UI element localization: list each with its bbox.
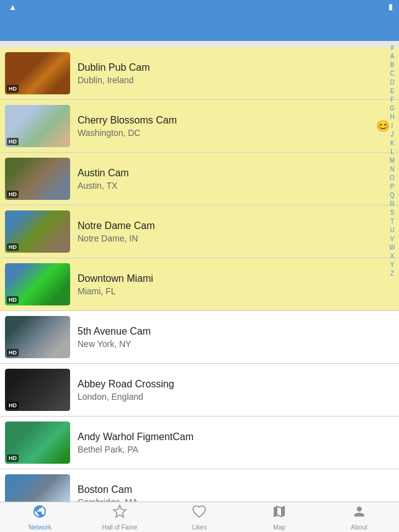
battery-icon: ▮ [388, 2, 393, 11]
item-text-dublin-pub: Dublin Pub Cam Dublin, Ireland [78, 61, 374, 86]
thumb-image-boston: HD [5, 474, 70, 502]
thumbnail-notredame: HD [5, 210, 70, 253]
item-subtitle-austin: Austin, TX [78, 181, 374, 191]
tab-network[interactable]: Network [0, 502, 80, 532]
list-item-boston[interactable]: HD Boston Cam Cambridge, MA [0, 469, 399, 502]
thumb-image-austin: HD [5, 158, 70, 200]
thumb-image-dublin-pub: HD [5, 52, 70, 94]
item-text-austin: Austin Cam Austin, TX [78, 167, 374, 191]
about-icon [352, 504, 367, 523]
item-title-notredame: Notre Dame Cam [78, 220, 374, 233]
thumbnail-austin: HD [5, 158, 70, 200]
item-subtitle-abbey: London, England [78, 392, 374, 402]
hd-badge: HD [7, 454, 19, 462]
thumb-image-abbey: HD [5, 369, 70, 411]
main-content[interactable]: #ABCDEFGHIJKLMNOPQRSTUVWXYZ HD Dublin Pu… [0, 41, 399, 502]
thumbnail-dublin-pub: HD [5, 52, 70, 94]
tab-map[interactable]: Map [240, 502, 320, 532]
status-bar: ▲ ▮ [0, 0, 399, 14]
hd-badge: HD [7, 349, 19, 356]
hd-badge: HD [7, 296, 19, 304]
likes-label: Likes [192, 524, 207, 531]
map-label: Map [273, 524, 285, 531]
list-item-austin[interactable]: HD Austin Cam Austin, TX [0, 153, 399, 205]
tab-likes[interactable]: Likes [159, 502, 240, 532]
item-text-boston: Boston Cam Cambridge, MA [78, 484, 374, 502]
item-text-miami: Downtown Miami Miami, FL [78, 273, 374, 297]
nav-bar [0, 14, 399, 41]
thumb-image-notredame: HD [5, 210, 70, 253]
list-item-dublin-pub[interactable]: HD Dublin Pub Cam Dublin, Ireland [0, 47, 399, 100]
halloffame-icon [112, 504, 127, 523]
thumb-image-miami: HD [5, 263, 70, 305]
item-subtitle-dublin-pub: Dublin, Ireland [78, 75, 374, 85]
item-title-5thave: 5th Avenue Cam [78, 325, 374, 338]
item-text-notredame: Notre Dame Cam Notre Dame, IN [78, 220, 374, 244]
item-title-boston: Boston Cam [78, 484, 374, 497]
item-subtitle-warhol: Bethel Park, PA [78, 444, 374, 454]
tab-bar: Network Hall of Fame Likes Map About [0, 502, 399, 532]
featured-header [0, 41, 399, 47]
item-title-austin: Austin Cam [78, 167, 374, 180]
about-label: About [351, 524, 367, 531]
item-title-miami: Downtown Miami [78, 273, 374, 286]
tab-about[interactable]: About [319, 502, 399, 532]
network-icon [32, 504, 47, 523]
item-title-cherry-blossoms: Cherry Blossoms Cam [78, 114, 374, 127]
item-text-abbey: Abbey Road Crossing London, England [78, 378, 374, 402]
hd-badge: HD [7, 243, 19, 251]
wifi-icon: ▲ [9, 2, 17, 12]
item-title-abbey: Abbey Road Crossing [78, 378, 374, 391]
thumb-image-5thave: HD [5, 316, 70, 358]
carrier-info: ▲ [6, 2, 17, 12]
likes-icon [192, 504, 207, 523]
featured-list: HD Dublin Pub Cam Dublin, Ireland HD Che… [0, 47, 399, 311]
hd-badge: HD [7, 402, 19, 409]
list-item-cherry-blossoms[interactable]: HD Cherry Blossoms Cam Washington, DC 😊 [0, 100, 399, 153]
battery-info: ▮ [387, 2, 393, 11]
list-item-5thave[interactable]: HD 5th Avenue Cam New York, NY [0, 311, 399, 364]
map-icon [272, 504, 287, 523]
thumbnail-abbey: HD [5, 369, 70, 411]
network-label: Network [29, 524, 52, 531]
item-subtitle-boston: Cambridge, MA [78, 497, 374, 502]
item-subtitle-cherry-blossoms: Washington, DC [78, 128, 374, 138]
item-title-warhol: Andy Warhol FigmentCam [78, 431, 374, 444]
item-text-5thave: 5th Avenue Cam New York, NY [78, 325, 374, 349]
regular-list: HD 5th Avenue Cam New York, NY HD Abbey … [0, 311, 399, 502]
item-text-cherry-blossoms: Cherry Blossoms Cam Washington, DC [78, 114, 374, 138]
item-subtitle-miami: Miami, FL [78, 286, 374, 296]
hd-badge: HD [7, 138, 19, 145]
hd-badge: HD [7, 191, 19, 198]
thumbnail-warhol: HD [5, 422, 70, 464]
item-text-warhol: Andy Warhol FigmentCam Bethel Park, PA [78, 431, 374, 455]
list-item-abbey[interactable]: HD Abbey Road Crossing London, England [0, 364, 399, 417]
hd-badge: HD [7, 85, 19, 92]
halloffame-label: Hall of Fame [102, 524, 138, 531]
thumbnail-5thave: HD [5, 316, 70, 358]
item-subtitle-5thave: New York, NY [78, 339, 374, 349]
thumb-image-cherry-blossoms: HD [5, 105, 70, 147]
list-item-warhol[interactable]: HD Andy Warhol FigmentCam Bethel Park, P… [0, 417, 399, 469]
tab-halloffame[interactable]: Hall of Fame [80, 502, 160, 532]
featured-section: HD Dublin Pub Cam Dublin, Ireland HD Che… [0, 41, 399, 311]
list-item-miami[interactable]: HD Downtown Miami Miami, FL [0, 258, 399, 311]
thumbnail-cherry-blossoms: HD [5, 105, 70, 147]
featured-emoji: 😊 [376, 119, 390, 133]
thumbnail-boston: HD [5, 474, 70, 502]
thumb-image-warhol: HD [5, 422, 70, 464]
item-title-dublin-pub: Dublin Pub Cam [78, 61, 374, 74]
list-item-notredame[interactable]: HD Notre Dame Cam Notre Dame, IN [0, 205, 399, 258]
item-subtitle-notredame: Notre Dame, IN [78, 233, 374, 243]
thumbnail-miami: HD [5, 263, 70, 305]
